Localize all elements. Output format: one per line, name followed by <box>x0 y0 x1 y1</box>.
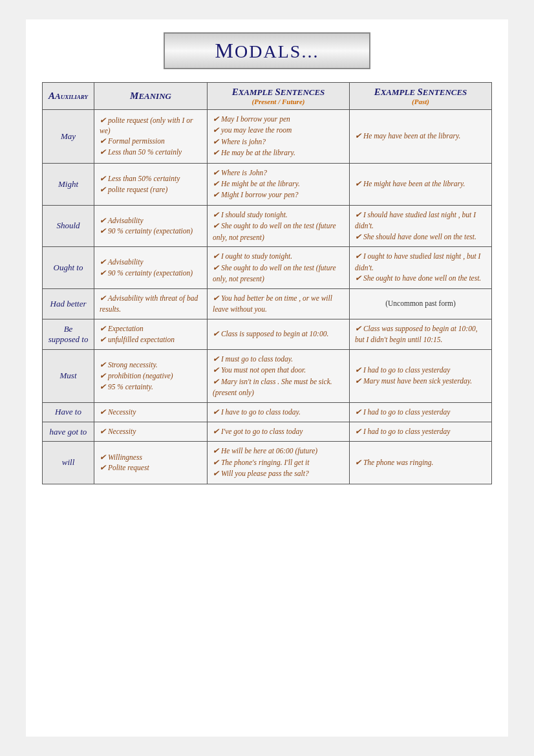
modals-table: AAuxiliary MEANING EXAMPLE SENTENCES (Pr… <box>42 82 492 484</box>
example-item: ✔ He might be at the library. <box>213 178 344 189</box>
example-item: ✔ Where is john? <box>213 136 344 147</box>
past-cell: ✔ Class was supposed to begin at 10:00, … <box>350 319 492 349</box>
present-cell: ✔ Class is supposed to begin at 10:00. <box>208 319 350 349</box>
example-item: ✔ She ought to do well on the test (futu… <box>213 221 344 243</box>
header-present: EXAMPLE SENTENCES (Present / Future) <box>208 83 350 110</box>
example-item: ✔ He may be at the library. <box>213 147 344 158</box>
aux-cell: have got to <box>43 422 94 442</box>
example-item: ✔ I had to go to class yesterday <box>355 365 486 376</box>
aux-cell: Ought to <box>43 247 94 288</box>
example-item: ✔ I ought to study tonight. <box>213 251 344 262</box>
meaning-cell: ✔ Necessity <box>94 422 208 442</box>
aux-cell: May <box>43 110 94 164</box>
meaning-item: ✔ Willingness <box>100 452 202 463</box>
past-cell: ✔ I had to go to class yesterday✔ Mary m… <box>350 349 492 402</box>
meaning-item: ✔ Expectation <box>100 323 202 334</box>
present-cell: ✔ May I borrow your pen✔ you may leave t… <box>208 110 350 164</box>
example-item: ✔ She ought to have done well on the tes… <box>355 273 486 284</box>
past-cell: ✔ I ought to have studied last night , b… <box>350 247 492 288</box>
meaning-item: ✔ 90 % certainty (expectation) <box>100 268 202 279</box>
present-cell: ✔ You had better be on time , or we will… <box>208 288 350 319</box>
header-past: EXAMPLE SENTENCES (Past) <box>350 83 492 110</box>
meaning-item: ✔ polite request (rare) <box>100 184 202 195</box>
example-item: ✔ Class is supposed to begin at 10:00. <box>213 329 344 340</box>
meaning-item: ✔ 90 % certainty (expectation) <box>100 226 202 237</box>
example-item: ✔ The phone's ringing. I'll get it <box>213 457 344 468</box>
example-item: ✔ She should have done well on the test. <box>355 232 486 243</box>
present-cell: ✔ I ought to study tonight.✔ She ought t… <box>208 247 350 288</box>
page: MODALS... AAuxiliary MEANING EXAMPLE SEN <box>26 19 508 737</box>
example-item: ✔ Will you please pass the salt? <box>213 468 344 479</box>
meaning-item: ✔ unfulfilled expectation <box>100 334 202 345</box>
header-auxiliary: AAuxiliary <box>43 83 94 110</box>
example-item: ✔ Where is John? <box>213 167 344 178</box>
past-cell: ✔ I had to go to class yesterday <box>350 422 492 442</box>
header-meaning: MEANING <box>94 83 208 110</box>
meaning-cell: ✔ Advisability✔ 90 % certainty (expectat… <box>94 247 208 288</box>
aux-cell: Have to <box>43 402 94 422</box>
past-cell: ✔ The phone was ringing. <box>350 442 492 484</box>
meaning-cell: ✔ Advisability with threat of bad result… <box>94 288 208 319</box>
example-item: ✔ I have to go to class today. <box>213 407 344 418</box>
meaning-item: ✔ Necessity <box>100 426 202 437</box>
meaning-item: ✔ Advisability <box>100 257 202 268</box>
example-item: ✔ He will be here at 06:00 (future) <box>213 446 344 457</box>
aux-cell: Might <box>43 163 94 205</box>
example-item: ✔ May I borrow your pen <box>213 114 344 125</box>
example-item: ✔ I had to go to class yesterday <box>355 407 486 418</box>
meaning-item: ✔ Less than 50 % certainly <box>100 147 202 158</box>
example-item: ✔ He may have been at the library. <box>355 131 486 142</box>
meaning-cell: ✔ Less than 50% certainty✔ polite reques… <box>94 163 208 205</box>
meaning-item: ✔ Advisability <box>100 215 202 226</box>
present-cell: ✔ I have to go to class today. <box>208 402 350 422</box>
aux-cell: Had better <box>43 288 94 319</box>
example-item: ✔ I must go to class today. <box>213 354 344 365</box>
title-box: MODALS... <box>164 32 370 69</box>
page-title: MODALS... <box>215 41 319 61</box>
past-cell: ✔ I had to go to class yesterday <box>350 402 492 422</box>
example-item: ✔ She ought to do well on the test (futu… <box>213 263 344 285</box>
meaning-item: ✔ Polite request <box>100 462 202 473</box>
present-cell: ✔ Where is John?✔ He might be at the lib… <box>208 163 350 205</box>
example-item: (Uncommon past form) <box>355 298 486 309</box>
meaning-item: ✔ Formal permission <box>100 136 202 147</box>
meaning-cell: ✔ Necessity <box>94 402 208 422</box>
present-cell: ✔ He will be here at 06:00 (future)✔ The… <box>208 442 350 484</box>
meaning-item: ✔ 95 % certainty. <box>100 382 202 393</box>
meaning-item: ✔ prohibition (negative) <box>100 371 202 382</box>
example-item: ✔ Mary must have been sick yesterday. <box>355 376 486 387</box>
example-item: ✔ You must not open that door. <box>213 365 344 376</box>
example-item: ✔ Might I borrow your pen? <box>213 189 344 200</box>
aux-cell: Should <box>43 205 94 246</box>
meaning-item: ✔ Necessity <box>100 407 202 418</box>
example-item: ✔ Class was supposed to begin at 10:00, … <box>355 323 486 345</box>
past-cell: ✔ He might have been at the library. <box>350 163 492 205</box>
meaning-cell: ✔ Expectation✔ unfulfilled expectation <box>94 319 208 349</box>
meaning-cell: ✔ Advisability✔ 90 % certainty (expectat… <box>94 205 208 246</box>
meaning-cell: ✔ polite request (only with I or we)✔ Fo… <box>94 110 208 164</box>
example-item: ✔ you may leave the room <box>213 125 344 136</box>
example-item: ✔ You had better be on time , or we will… <box>213 293 344 315</box>
meaning-cell: ✔ Strong necessity.✔ prohibition (negati… <box>94 349 208 402</box>
meaning-item: ✔ Less than 50% certainty <box>100 173 202 184</box>
example-item: ✔ I've got to go to class today <box>213 426 344 437</box>
example-item: ✔ He might have been at the library. <box>355 178 486 189</box>
example-item: ✔ I should study tonight. <box>213 210 344 221</box>
example-item: ✔ I ought to have studied last night , b… <box>355 251 486 273</box>
past-cell: ✔ I should have studied last night , but… <box>350 205 492 246</box>
aux-cell: will <box>43 442 94 484</box>
aux-cell: Be supposed to <box>43 319 94 349</box>
aux-cell: Must <box>43 349 94 402</box>
example-item: ✔ I had to go to class yesterday <box>355 426 486 437</box>
past-cell: ✔ He may have been at the library. <box>350 110 492 164</box>
present-cell: ✔ I've got to go to class today <box>208 422 350 442</box>
present-cell: ✔ I must go to class today.✔ You must no… <box>208 349 350 402</box>
meaning-item: ✔ Strong necessity. <box>100 360 202 371</box>
example-item: ✔ I should have studied last night , but… <box>355 210 486 232</box>
past-cell: (Uncommon past form) <box>350 288 492 319</box>
meaning-item: ✔ polite request (only with I or we) <box>100 115 202 136</box>
example-item: ✔ The phone was ringing. <box>355 457 486 468</box>
meaning-item: ✔ Advisability with threat of bad result… <box>100 293 202 314</box>
meaning-cell: ✔ Willingness✔ Polite request <box>94 442 208 484</box>
present-cell: ✔ I should study tonight.✔ She ought to … <box>208 205 350 246</box>
